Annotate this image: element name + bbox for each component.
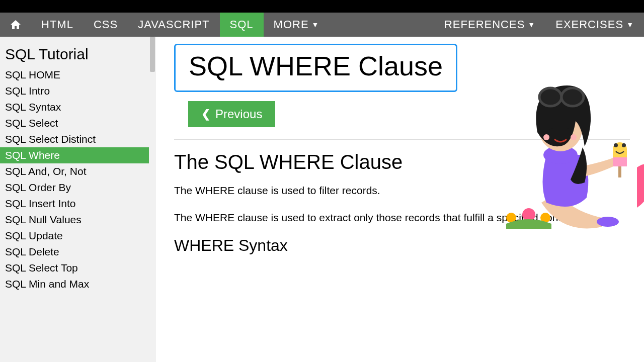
nav-more-label: MORE <box>274 18 309 31</box>
nav-item-javascript[interactable]: JAVASCRIPT <box>128 13 219 37</box>
previous-button[interactable]: ❮ Previous <box>188 101 275 127</box>
nav-left-group: HTML CSS JAVASCRIPT SQL MORE ▼ <box>0 13 329 37</box>
svg-rect-8 <box>618 166 621 177</box>
sidebar-item-sql-min-max[interactable]: SQL Min and Max <box>0 276 149 292</box>
svg-point-16 <box>571 134 577 140</box>
caret-down-icon: ▼ <box>528 21 535 29</box>
top-navigation: HTML CSS JAVASCRIPT SQL MORE ▼ REFERENCE… <box>0 13 644 37</box>
svg-point-13 <box>549 128 553 132</box>
girl-illustration <box>501 67 644 238</box>
sidebar-item-sql-select[interactable]: SQL Select <box>0 115 149 131</box>
sidebar-item-sql-update[interactable]: SQL Update <box>0 228 149 244</box>
window-top-bar <box>0 0 644 13</box>
nav-item-references[interactable]: REFERENCES ▼ <box>434 13 545 37</box>
scrollbar-thumb[interactable] <box>150 37 155 72</box>
nav-item-more[interactable]: MORE ▼ <box>264 13 330 37</box>
page-title-box: SQL WHERE Clause <box>174 44 457 92</box>
svg-point-6 <box>622 143 626 147</box>
svg-point-15 <box>543 134 549 140</box>
svg-rect-7 <box>613 157 627 166</box>
nav-exercises-label: EXERCISES <box>555 18 623 31</box>
caret-down-icon: ▼ <box>626 21 634 29</box>
svg-point-14 <box>567 128 571 132</box>
sidebar-item-sql-where[interactable]: SQL Where <box>0 147 149 163</box>
sidebar-item-sql-delete[interactable]: SQL Delete <box>0 244 149 260</box>
sidebar-item-sql-intro[interactable]: SQL Intro <box>0 83 149 99</box>
sidebar-item-sql-select-top[interactable]: SQL Select Top <box>0 260 149 276</box>
caret-down-icon: ▼ <box>312 21 319 29</box>
sidebar-item-sql-insert-into[interactable]: SQL Insert Into <box>0 196 149 212</box>
svg-point-12 <box>561 88 584 106</box>
chevron-left-icon: ❮ <box>201 108 210 121</box>
sidebar-item-sql-select-distinct[interactable]: SQL Select Distinct <box>0 131 149 147</box>
svg-point-3 <box>597 217 619 227</box>
previous-label: Previous <box>215 107 262 121</box>
nav-item-exercises[interactable]: EXERCISES ▼ <box>545 13 644 37</box>
svg-point-11 <box>539 88 561 106</box>
sidebar-item-sql-syntax[interactable]: SQL Syntax <box>0 99 149 115</box>
nav-home[interactable] <box>0 13 31 37</box>
nav-item-sql[interactable]: SQL <box>220 13 264 37</box>
nav-item-html[interactable]: HTML <box>31 13 84 37</box>
page-body: SQL Tutorial SQL HOME SQL Intro SQL Synt… <box>0 37 644 362</box>
sidebar-scrollbar[interactable] <box>149 37 156 362</box>
sidebar-heading: SQL Tutorial <box>0 44 149 67</box>
nav-right-group: REFERENCES ▼ EXERCISES ▼ <box>434 13 644 37</box>
nav-item-css[interactable]: CSS <box>84 13 128 37</box>
sidebar-item-sql-and-or-not[interactable]: SQL And, Or, Not <box>0 163 149 179</box>
sidebar-item-sql-null-values[interactable]: SQL Null Values <box>0 212 149 228</box>
sidebar: SQL Tutorial SQL HOME SQL Intro SQL Synt… <box>0 37 149 362</box>
nav-references-label: REFERENCES <box>444 18 525 31</box>
subsection-heading: WHERE Syntax <box>174 236 630 255</box>
sidebar-container: SQL Tutorial SQL HOME SQL Intro SQL Synt… <box>0 37 156 362</box>
svg-point-5 <box>614 143 618 147</box>
main-content: SQL WHERE Clause ❮ Previous The SQL WHER… <box>156 37 644 362</box>
sidebar-item-sql-home[interactable]: SQL HOME <box>0 67 149 83</box>
page-title: SQL WHERE Clause <box>189 50 443 81</box>
sidebar-item-sql-order-by[interactable]: SQL Order By <box>0 179 149 196</box>
home-icon <box>9 19 22 31</box>
